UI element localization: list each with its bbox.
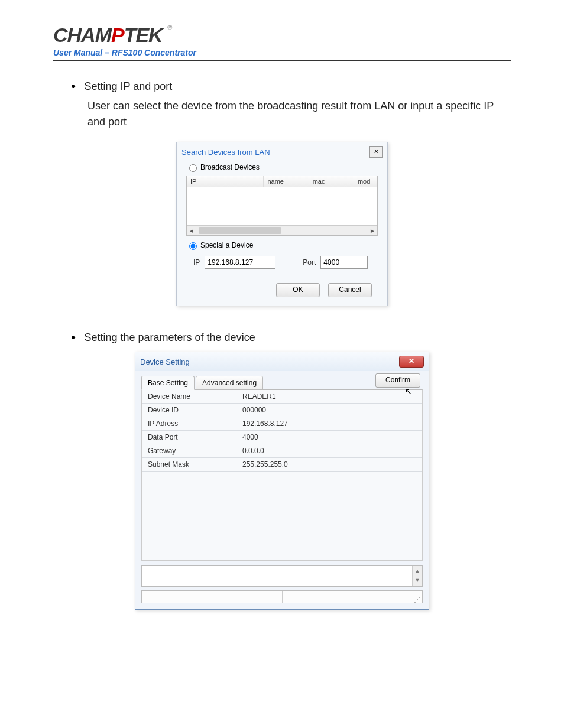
table-row[interactable]: Device ID000000 [142, 404, 422, 417]
scroll-left-icon[interactable]: ◄ [187, 228, 196, 234]
broadcast-radio[interactable] [189, 164, 197, 172]
brand-logo: CHAMPTEK ® [53, 24, 511, 47]
setting-key: Data Port [142, 431, 236, 444]
col-mod[interactable]: mod [354, 176, 377, 187]
table-row[interactable]: IP Adress192.168.8.127 [142, 417, 422, 431]
horizontal-scrollbar[interactable]: ◄ ► [187, 225, 377, 235]
col-name[interactable]: name [264, 176, 309, 187]
scroll-right-icon[interactable]: ► [368, 228, 377, 234]
settings-grid: Device NameREADER1Device ID000000IP Adre… [142, 390, 422, 472]
bullet-icon: ● [71, 81, 76, 95]
bullet-icon: ● [71, 332, 76, 346]
close-icon[interactable]: ✕ [369, 146, 383, 158]
logo-part-post: TEK [124, 24, 163, 46]
col-mac[interactable]: mac [309, 176, 354, 187]
table-row[interactable]: Device NameREADER1 [142, 390, 422, 404]
col-ip[interactable]: IP [187, 176, 264, 187]
scroll-up-icon[interactable]: ▲ [413, 566, 422, 576]
special-device-option[interactable]: Special a Device [177, 236, 387, 251]
broadcast-devices-option[interactable]: Broadcast Devices [177, 161, 387, 173]
resize-grip-icon[interactable]: ⋰ [414, 597, 421, 602]
setting-value[interactable]: READER1 [236, 390, 422, 404]
cursor-pointer-icon: ↖ [405, 386, 412, 396]
logo-part-pre: CHAM [53, 24, 111, 46]
confirm-button[interactable]: Confirm [375, 373, 420, 388]
setting-key: Subnet Mask [142, 458, 236, 472]
status-left-pane [142, 591, 283, 603]
vertical-scrollbar[interactable]: ▲ ▼ [412, 566, 422, 586]
setting-key: Gateway [142, 444, 236, 458]
port-input[interactable] [320, 256, 368, 269]
dialog2-titlebar: Device Setting ✕ [135, 352, 429, 371]
logo-part-mid: P [111, 24, 124, 46]
setting-value[interactable]: 4000 [236, 431, 422, 444]
setting-value[interactable]: 255.255.255.0 [236, 458, 422, 472]
dialog2-title: Device Setting [140, 358, 190, 366]
ip-input[interactable] [205, 256, 275, 269]
base-setting-panel: Device NameREADER1Device ID000000IP Adre… [141, 389, 423, 561]
table-row[interactable]: Gateway0.0.0.0 [142, 444, 422, 458]
devices-list: IP name mac mod ◄ ► [186, 176, 378, 236]
status-bar: ⋰ [141, 590, 423, 603]
special-radio[interactable] [189, 242, 197, 250]
scroll-down-icon[interactable]: ▼ [413, 576, 422, 585]
tab-advanced-setting[interactable]: Advanced setting [196, 376, 263, 390]
table-row[interactable]: Data Port4000 [142, 431, 422, 444]
setting-value[interactable]: 000000 [236, 404, 422, 417]
table-row[interactable]: Subnet Mask255.255.255.0 [142, 458, 422, 472]
log-textbox[interactable]: ▲ ▼ [141, 566, 423, 587]
ok-button[interactable]: OK [276, 283, 320, 297]
port-label: Port [303, 258, 316, 266]
broadcast-label: Broadcast Devices [200, 163, 260, 171]
section1-title: Setting IP and port [84, 79, 172, 95]
section2-title: Setting the parameters of the device [84, 330, 255, 346]
setting-key: Device ID [142, 404, 236, 417]
scroll-thumb[interactable] [199, 227, 281, 234]
special-label: Special a Device [200, 241, 253, 249]
setting-value[interactable]: 0.0.0.0 [236, 444, 422, 458]
setting-key: IP Adress [142, 417, 236, 431]
dialog1-title: Search Devices from LAN [181, 148, 270, 157]
tab-base-setting[interactable]: Base Setting [141, 376, 195, 390]
ip-label: IP [193, 258, 200, 266]
doc-subtitle: User Manual – RFS100 Concentrator [53, 48, 511, 57]
registered-mark: ® [167, 24, 172, 31]
status-right-pane: ⋰ [283, 591, 423, 603]
device-setting-dialog: Device Setting ✕ Base Setting Advanced s… [135, 352, 429, 610]
section1-desc: User can select the device from the broa… [87, 98, 511, 130]
setting-key: Device Name [142, 390, 236, 404]
cancel-button[interactable]: Cancel [328, 283, 372, 297]
setting-value[interactable]: 192.168.8.127 [236, 417, 422, 431]
search-devices-dialog: Search Devices from LAN ✕ Broadcast Devi… [176, 142, 388, 306]
dialog1-titlebar: Search Devices from LAN ✕ [177, 142, 387, 161]
close-icon[interactable]: ✕ [399, 356, 424, 368]
header-divider [53, 60, 511, 61]
